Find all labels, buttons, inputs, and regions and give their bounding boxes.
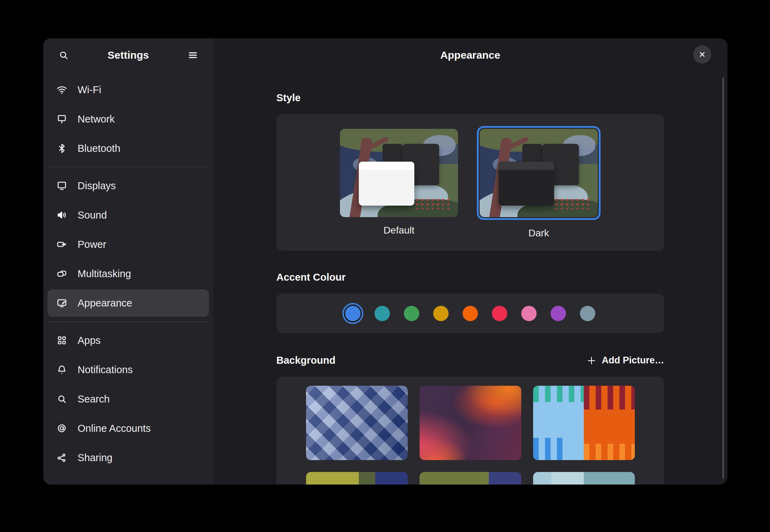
screen-background: Settings Wi-Fi: [0, 0, 770, 532]
add-picture-label: Add Picture…: [602, 355, 664, 366]
network-icon: [56, 113, 68, 125]
at-sign-icon: [56, 422, 68, 434]
sidebar-divider: [48, 322, 208, 322]
sidebar-item-power[interactable]: Power: [48, 231, 209, 258]
sidebar-item-network[interactable]: Network: [48, 105, 209, 133]
accent-colour-card: [276, 294, 664, 333]
sidebar-item-label: Wi-Fi: [78, 84, 101, 96]
sidebar-title: Settings: [73, 49, 183, 61]
sidebar: Settings Wi-Fi: [43, 38, 213, 485]
speaker-icon: [56, 209, 68, 221]
accent-color-red[interactable]: [492, 306, 507, 321]
main-header: Appearance: [213, 38, 727, 72]
sidebar-item-label: Sharing: [78, 452, 112, 464]
sidebar-item-label: Online Accounts: [78, 423, 151, 434]
preview-window-titlebar: [359, 162, 414, 170]
background-section-header: Background Add Picture…: [276, 355, 664, 366]
selected-style-frame: [477, 126, 601, 220]
style-card: Default: [276, 114, 664, 251]
sidebar-item-apps[interactable]: Apps: [48, 327, 209, 354]
wallpaper-row-1: [306, 386, 635, 460]
style-option-dark[interactable]: Dark: [477, 126, 601, 239]
sidebar-item-label: Bluetooth: [78, 143, 121, 154]
sidebar-item-label: Network: [78, 113, 115, 125]
search-icon: [56, 393, 68, 405]
style-section-label: Style: [276, 92, 664, 104]
accent-color-pink[interactable]: [521, 306, 537, 321]
sidebar-item-label: Apps: [78, 335, 101, 346]
accent-color-orange[interactable]: [463, 306, 478, 321]
page-title: Appearance: [440, 49, 500, 61]
battery-icon: [56, 238, 68, 250]
wallpaper-pills-dark-half: [584, 386, 635, 460]
accent-section-label: Accent Colour: [276, 272, 664, 283]
accent-color-blue[interactable]: [345, 306, 361, 321]
style-options: Default: [340, 114, 601, 251]
sidebar-item-appearance[interactable]: Appearance: [48, 289, 209, 317]
background-card: [276, 377, 664, 485]
wallpaper-thumbnail-purple-orange-waves[interactable]: [420, 386, 521, 460]
accent-color-slate[interactable]: [580, 306, 595, 321]
preview-dark-window: [499, 162, 554, 206]
bell-icon: [56, 364, 68, 376]
sidebar-nav: Wi-Fi Network Bl: [43, 72, 213, 473]
sidebar-item-label: Sound: [78, 209, 107, 221]
wallpaper-thumbnail-blue-geometric[interactable]: [306, 386, 408, 460]
sidebar-header: Settings: [43, 38, 213, 72]
preview-window-titlebar: [499, 162, 554, 170]
sidebar-item-online-accounts[interactable]: Online Accounts: [48, 415, 209, 442]
wifi-icon: [56, 84, 68, 96]
style-option-default[interactable]: Default: [340, 129, 458, 236]
hamburger-menu-icon: [187, 50, 198, 61]
sidebar-item-wifi[interactable]: Wi-Fi: [48, 76, 209, 103]
style-option-label-dark: Dark: [528, 228, 549, 239]
sidebar-item-multitasking[interactable]: Multitasking: [48, 260, 209, 287]
close-window-button[interactable]: [693, 45, 711, 64]
sidebar-item-displays[interactable]: Displays: [48, 172, 209, 199]
appearance-pane: Appearance Style: [213, 38, 727, 485]
share-icon: [56, 452, 68, 464]
wallpaper-thumbnail-teal-partial[interactable]: [533, 472, 635, 485]
accent-color-teal[interactable]: [375, 306, 390, 321]
preview-flowers: [554, 198, 592, 209]
sidebar-item-search[interactable]: Search: [48, 385, 209, 413]
appearance-icon: [56, 297, 68, 309]
sidebar-item-label: Appearance: [78, 297, 132, 309]
style-preview-default: [340, 129, 458, 217]
accent-color-yellow[interactable]: [433, 306, 449, 321]
plus-icon: [586, 355, 597, 366]
wallpaper-pills-light-half: [533, 386, 584, 460]
search-button[interactable]: [54, 45, 73, 65]
sidebar-item-label: Notifications: [78, 364, 133, 376]
scrollbar[interactable]: [722, 77, 724, 479]
bluetooth-icon: [56, 142, 68, 154]
wallpaper-thumbnail-olive-partial[interactable]: [420, 472, 521, 485]
accent-color-purple[interactable]: [551, 306, 566, 321]
style-option-label-default: Default: [384, 225, 415, 236]
add-picture-button[interactable]: Add Picture…: [586, 355, 664, 366]
sidebar-item-label: Search: [78, 393, 110, 405]
accent-color-green[interactable]: [404, 306, 419, 321]
wallpaper-thumbnail-field-partial[interactable]: [306, 472, 408, 485]
sidebar-item-label: Power: [78, 239, 106, 250]
preview-flowers: [414, 198, 452, 209]
sidebar-item-sharing[interactable]: Sharing: [48, 444, 209, 471]
preview-light-window: [359, 162, 414, 206]
sidebar-item-bluetooth[interactable]: Bluetooth: [48, 135, 209, 162]
sidebar-item-label: Multitasking: [78, 268, 131, 280]
sidebar-divider: [48, 167, 208, 167]
wallpaper-row-2: [306, 472, 635, 485]
appearance-content: Style: [276, 92, 664, 485]
sidebar-item-sound[interactable]: Sound: [48, 201, 209, 229]
wallpaper-thumbnail-pills-split[interactable]: [533, 386, 635, 460]
apps-grid-icon: [56, 334, 68, 346]
close-icon: [698, 50, 707, 59]
background-section-label: Background: [276, 355, 335, 366]
sidebar-item-notifications[interactable]: Notifications: [48, 356, 209, 383]
main-menu-button[interactable]: [183, 45, 203, 65]
display-icon: [56, 180, 68, 192]
sidebar-item-label: Displays: [78, 180, 116, 192]
search-icon: [58, 50, 69, 61]
settings-window: Settings Wi-Fi: [43, 38, 727, 485]
multitasking-icon: [56, 268, 68, 280]
